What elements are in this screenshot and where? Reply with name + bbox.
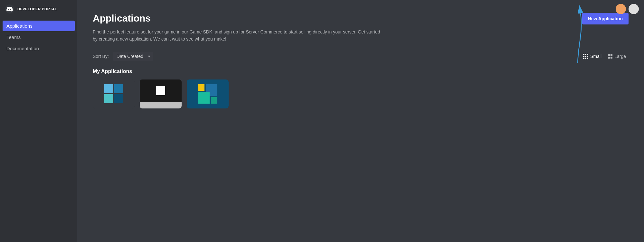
app3-yellow-tile xyxy=(198,84,204,91)
app3-teal-large-tile xyxy=(198,92,210,104)
tile-1 xyxy=(104,84,113,93)
app3-teal-small-tile xyxy=(211,97,217,104)
app1-tiles xyxy=(104,84,123,103)
app-card-3-image xyxy=(187,79,229,108)
user-avatar-light[interactable] xyxy=(629,4,639,14)
view-large-button[interactable]: Large xyxy=(605,52,629,60)
app2-main xyxy=(140,79,182,102)
tile-4 xyxy=(114,94,123,103)
main-content: Applications New Application Find the pe… xyxy=(77,0,644,242)
app-card-1[interactable] xyxy=(93,79,135,108)
sort-select[interactable]: Date Created Name Last Modified xyxy=(113,52,153,61)
tile-3 xyxy=(104,94,113,103)
app1-background xyxy=(93,79,135,108)
large-label: Large xyxy=(614,54,626,59)
sort-select-wrapper: Date Created Name Last Modified xyxy=(113,52,153,61)
app-card-2-image xyxy=(140,79,182,108)
sort-label: Sort By: xyxy=(93,54,109,59)
top-right-user-area xyxy=(616,4,639,14)
large-grid-icon xyxy=(608,54,612,59)
page-description: Find the perfect feature set for your ga… xyxy=(93,28,383,43)
app2-container xyxy=(140,79,182,108)
sidebar: DEVELOPER PORTAL Applications Teams Docu… xyxy=(0,0,77,242)
sidebar-item-documentation[interactable]: Documentation xyxy=(3,43,75,54)
sidebar-item-applications[interactable]: Applications xyxy=(3,21,75,31)
small-grid-icon xyxy=(583,54,588,59)
discord-logo-icon xyxy=(5,5,14,14)
app-card-1-image xyxy=(93,79,135,108)
app-card-2[interactable] xyxy=(140,79,182,108)
app2-square xyxy=(156,86,165,95)
sidebar-nav: Applications Teams Documentation xyxy=(0,18,77,56)
app3-background xyxy=(187,79,229,108)
sort-bar: Sort By: Date Created Name Last Modified… xyxy=(93,52,629,61)
small-label: Small xyxy=(590,54,601,59)
app-card-3[interactable] xyxy=(187,79,229,108)
developer-portal-title: DEVELOPER PORTAL xyxy=(17,7,57,11)
app3-tiles xyxy=(198,84,217,104)
view-small-button[interactable]: Small xyxy=(581,52,604,60)
sidebar-header: DEVELOPER PORTAL xyxy=(0,0,77,18)
view-toggle: Small Large xyxy=(581,52,629,60)
tile-2 xyxy=(114,84,123,93)
page-header: Applications New Application xyxy=(93,13,629,24)
user-avatar-orange[interactable] xyxy=(616,4,626,14)
page-title: Applications xyxy=(93,13,151,24)
apps-grid xyxy=(93,79,629,108)
new-application-button[interactable]: New Application xyxy=(582,13,629,24)
sidebar-item-teams[interactable]: Teams xyxy=(3,32,75,42)
app2-footer xyxy=(140,102,182,108)
my-applications-title: My Applications xyxy=(93,69,629,74)
